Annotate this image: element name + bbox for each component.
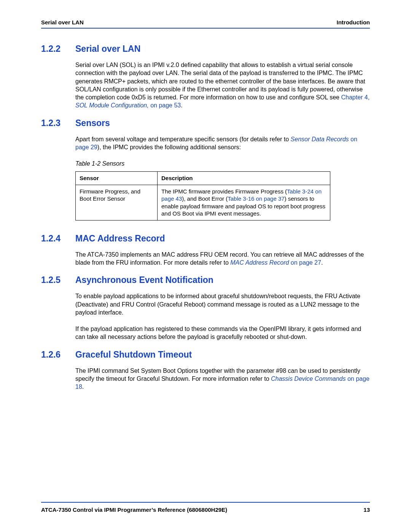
running-header: Serial over LAN Introduction — [41, 19, 370, 28]
section-body: Apart from several voltage and temperatu… — [75, 135, 370, 220]
section-number: 1.2.3 — [41, 118, 75, 128]
xref-page-53[interactable]: on page 53 — [149, 102, 181, 109]
header-rule — [41, 28, 370, 29]
text: Apart from several voltage and temperatu… — [75, 136, 291, 142]
section-heading: 1.2.2 Serial over LAN — [41, 44, 370, 54]
col-sensor: Sensor — [76, 172, 158, 185]
section-title: Serial over LAN — [75, 44, 140, 54]
section-title: MAC Address Record — [75, 233, 165, 244]
paragraph: Serial over LAN (SOL) is an IPMI v.2.0 d… — [75, 61, 370, 110]
paragraph: The IPMI command Set System Boot Options… — [75, 367, 370, 391]
table-row: Firmware Progress, and Boot Error Sensor… — [76, 185, 330, 220]
xref-mac-address-record[interactable]: MAC Address Record — [230, 259, 289, 266]
text: . — [181, 102, 182, 109]
section-1-2-2: 1.2.2 Serial over LAN Serial over LAN (S… — [41, 44, 370, 110]
section-1-2-5: 1.2.5 Asynchronous Event Notification To… — [41, 275, 370, 341]
paragraph: To enable payload applications to be inf… — [75, 292, 370, 316]
section-body: Serial over LAN (SOL) is an IPMI v.2.0 d… — [75, 61, 370, 110]
text: Serial over LAN (SOL) is an IPMI v.2.0 d… — [75, 62, 365, 101]
table-header-row: Sensor Description — [76, 172, 330, 185]
xref-table-3-16[interactable]: Table 3-16 on page 37 — [228, 195, 284, 202]
page: Serial over LAN Introduction 1.2.2 Seria… — [0, 0, 411, 532]
header-left: Serial over LAN — [41, 19, 84, 26]
text: . — [321, 259, 323, 266]
paragraph: If the payload application has registere… — [75, 325, 370, 341]
section-body: The IPMI command Set System Boot Options… — [75, 367, 370, 391]
section-body: The ATCA-7350 implements an MAC address … — [75, 251, 370, 267]
text: The IPMC firmware provides Firmware Prog… — [161, 188, 287, 195]
footer-rule — [41, 502, 370, 503]
header-right: Introduction — [337, 19, 370, 26]
xref-chapter-4[interactable]: Chapter 4, — [341, 94, 370, 101]
section-number: 1.2.5 — [41, 275, 75, 285]
paragraph: Apart from several voltage and temperatu… — [75, 135, 370, 152]
page-number: 13 — [363, 506, 370, 513]
footer-left: ATCA-7350 Control via IPMI Programmer’s … — [41, 506, 227, 513]
text: ), and Boot Error ( — [182, 195, 228, 202]
section-title: Graceful Shutdown Timeout — [75, 350, 192, 360]
xref-sol-module-config[interactable]: SOL Module Configuration, — [75, 102, 149, 109]
cell-sensor: Firmware Progress, and Boot Error Sensor — [76, 185, 158, 220]
col-description: Description — [158, 172, 330, 185]
text: . — [82, 383, 84, 390]
section-1-2-3: 1.2.3 Sensors Apart from several voltage… — [41, 118, 370, 220]
section-1-2-4: 1.2.4 MAC Address Record The ATCA-7350 i… — [41, 233, 370, 267]
table-caption: Table 1-2 Sensors — [75, 160, 370, 168]
xref-chassis-device-commands[interactable]: Chassis Device Commands — [271, 375, 346, 382]
section-body: To enable payload applications to be inf… — [75, 292, 370, 341]
section-number: 1.2.2 — [41, 44, 75, 54]
xref-sensor-data-records[interactable]: Sensor Data Records — [291, 136, 349, 142]
table-sensors: Sensor Description Firmware Progress, an… — [75, 171, 330, 220]
section-1-2-6: 1.2.6 Graceful Shutdown Timeout The IPMI… — [41, 350, 370, 391]
section-number: 1.2.6 — [41, 350, 75, 360]
xref-page-27[interactable]: on page 27 — [289, 259, 321, 266]
section-heading: 1.2.3 Sensors — [41, 118, 370, 128]
section-title: Sensors — [75, 118, 110, 128]
section-title: Asynchronous Event Notification — [75, 275, 213, 285]
cell-description: The IPMC firmware provides Firmware Prog… — [158, 185, 330, 220]
section-heading: 1.2.4 MAC Address Record — [41, 233, 370, 244]
paragraph: The ATCA-7350 implements an MAC address … — [75, 251, 370, 267]
section-heading: 1.2.6 Graceful Shutdown Timeout — [41, 350, 370, 360]
text: ), the IPMC provides the following addit… — [97, 144, 241, 150]
section-number: 1.2.4 — [41, 233, 75, 244]
running-footer: ATCA-7350 Control via IPMI Programmer’s … — [41, 502, 370, 513]
section-heading: 1.2.5 Asynchronous Event Notification — [41, 275, 370, 285]
